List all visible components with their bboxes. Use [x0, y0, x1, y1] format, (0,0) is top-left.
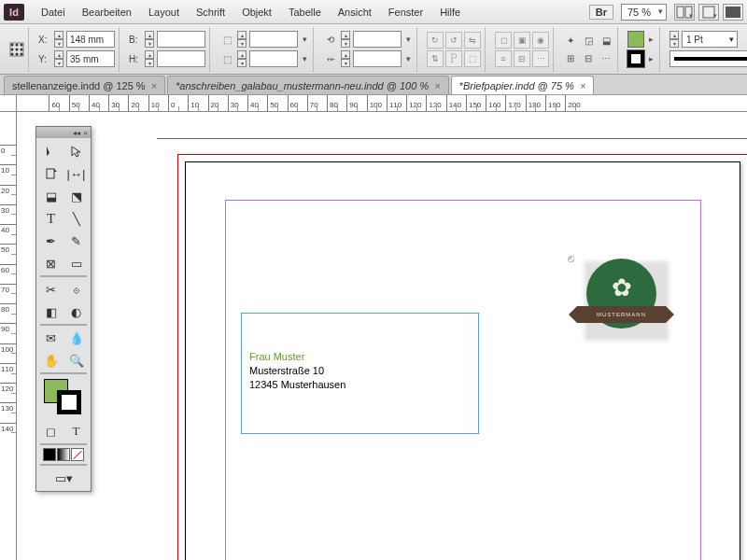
p-icon[interactable]: P: [445, 50, 462, 67]
shr-spinner[interactable]: ▴▾: [341, 50, 350, 67]
rot-field[interactable]: [353, 31, 402, 48]
y-spinner[interactable]: ▴▾: [54, 50, 63, 67]
note-tool[interactable]: ✉: [38, 327, 63, 349]
menu-datei[interactable]: Datei: [34, 3, 73, 21]
flip-v-icon[interactable]: ⇅: [427, 50, 444, 67]
fill-stroke-swatch[interactable]: [40, 377, 87, 418]
tab-briefpapier[interactable]: *Briefpapier.indd @ 75 %×: [451, 76, 595, 94]
sy-field[interactable]: [249, 50, 298, 67]
stroke-color[interactable]: [57, 390, 81, 414]
align-icon[interactable]: ⊞: [563, 50, 578, 65]
stroke-dd-icon[interactable]: ▸: [647, 54, 655, 63]
collapse-icon[interactable]: ◂◂: [73, 129, 80, 137]
distribute-icon[interactable]: ⊟: [581, 50, 596, 65]
stroke-weight-dd[interactable]: 1 Pt: [682, 31, 738, 48]
x-field[interactable]: 148 mm: [66, 31, 115, 48]
sx-spinner[interactable]: ▴▾: [237, 31, 247, 48]
close-icon[interactable]: ×: [580, 80, 585, 91]
page-tool[interactable]: [38, 162, 63, 185]
menu-objekt[interactable]: Objekt: [234, 3, 279, 21]
menu-schrift[interactable]: Schrift: [189, 3, 233, 21]
type-tool[interactable]: T: [38, 207, 63, 230]
close-icon[interactable]: ×: [434, 80, 440, 91]
weight-spinner[interactable]: ▴▾: [669, 31, 679, 48]
pencil-tool[interactable]: ✎: [63, 230, 89, 252]
wrap-bbox-icon[interactable]: ▣: [514, 32, 530, 49]
zoom-tool[interactable]: 🔍: [63, 349, 89, 371]
rectangle-frame-tool[interactable]: ⊠: [38, 252, 63, 274]
misc-icon[interactable]: ⬚: [464, 50, 481, 67]
fill-dd-icon[interactable]: ▸: [647, 35, 655, 44]
gradient-swatch-tool[interactable]: ◧: [38, 301, 63, 323]
view-mode-1[interactable]: ▾: [674, 4, 695, 21]
menu-layout[interactable]: Layout: [141, 3, 187, 21]
h-field[interactable]: [157, 50, 205, 67]
canvas[interactable]: Frau Muster Musterstraße 10 12345 Muster…: [17, 112, 747, 560]
line-tool[interactable]: ╲: [63, 207, 89, 230]
pen-tool[interactable]: ✒: [38, 230, 63, 252]
gradient-feather-tool[interactable]: ◐: [63, 301, 89, 323]
more-icon[interactable]: ⋯: [599, 50, 613, 65]
view-mode-2[interactable]: ▾: [698, 4, 719, 21]
w-field[interactable]: [157, 31, 205, 48]
selection-tool[interactable]: [38, 140, 63, 162]
format-container-icon[interactable]: ◻: [38, 420, 63, 442]
flip-h-icon[interactable]: ⇋: [464, 32, 481, 49]
rotate-ccw-icon[interactable]: ↺: [445, 32, 462, 49]
wrap-opt-icon[interactable]: ⋯: [532, 50, 549, 67]
company-logo[interactable]: ✿ MUSTERMANN: [577, 254, 666, 343]
stroke-swatch[interactable]: [627, 50, 644, 67]
view-mode-3[interactable]: ▾: [723, 4, 743, 21]
sy-spinner[interactable]: ▴▾: [237, 50, 247, 67]
y-field[interactable]: 35 mm: [66, 50, 115, 67]
tools-panel[interactable]: ◂◂× |↔| ⬓ ⬔ T ╲ ✒ ✎ ⊠ ▭ ✂ ⟐ ◧ ◐ ✉: [35, 126, 92, 492]
stroke-style-dd[interactable]: [669, 50, 747, 67]
apply-none-icon[interactable]: [71, 448, 84, 461]
panel-header[interactable]: ◂◂×: [36, 127, 91, 138]
menu-ansicht[interactable]: Ansicht: [331, 3, 379, 21]
gap-tool[interactable]: |↔|: [63, 162, 89, 185]
menu-bearbeiten[interactable]: Bearbeiten: [75, 3, 139, 21]
ref-point-icon[interactable]: [9, 42, 24, 57]
format-text-icon[interactable]: T: [63, 420, 89, 442]
sx-field[interactable]: [249, 31, 298, 48]
menu-hilfe[interactable]: Hilfe: [432, 3, 468, 21]
scissors-tool[interactable]: ✂: [38, 278, 63, 301]
shr-field[interactable]: [353, 50, 402, 67]
fill-swatch[interactable]: [627, 31, 644, 48]
rotate-cw-icon[interactable]: ↻: [427, 32, 444, 49]
hand-tool[interactable]: ✋: [38, 349, 63, 371]
direct-selection-tool[interactable]: [63, 140, 89, 162]
x-spinner[interactable]: ▴▾: [54, 31, 63, 48]
rectangle-tool[interactable]: ▭: [63, 252, 89, 274]
tab-anschreiben[interactable]: *anschreiben_galabau_mustermann-neu.indd…: [167, 76, 449, 94]
tab-stellenanzeige[interactable]: stellenanzeige.indd @ 125 %×: [4, 76, 165, 94]
svg-point-6: [16, 43, 19, 46]
vertical-ruler[interactable]: 0102030405060708090100110120130140: [0, 112, 17, 560]
wrap-col-icon[interactable]: ⊟: [514, 50, 530, 67]
obj-style-icon[interactable]: ⬓: [599, 33, 613, 48]
close-panel-icon[interactable]: ×: [83, 129, 88, 137]
menu-fenster[interactable]: Fenster: [381, 3, 430, 21]
rot-spinner[interactable]: ▴▾: [341, 31, 350, 48]
apply-color-icon[interactable]: [43, 448, 56, 461]
bridge-button[interactable]: Br: [589, 5, 613, 20]
eyedropper-tool[interactable]: 💧: [63, 327, 89, 349]
zoom-dropdown[interactable]: 75 %: [621, 4, 667, 21]
wrap-jump-icon[interactable]: ≡: [495, 50, 512, 67]
content-collector-tool[interactable]: ⬓: [38, 185, 63, 207]
w-spinner[interactable]: ▴▾: [145, 31, 154, 48]
corner-icon[interactable]: ◲: [581, 33, 596, 48]
wrap-none-icon[interactable]: ◻: [495, 32, 512, 49]
h-spinner[interactable]: ▴▾: [145, 50, 154, 67]
horizontal-ruler[interactable]: 6050403020100102030405060708090100110120…: [17, 95, 747, 112]
close-icon[interactable]: ×: [151, 80, 157, 91]
address-text-frame[interactable]: Frau Muster Musterstraße 10 12345 Muster…: [241, 313, 479, 434]
menu-tabelle[interactable]: Tabelle: [281, 3, 329, 21]
content-placer-tool[interactable]: ⬔: [63, 185, 89, 207]
wrap-shape-icon[interactable]: ◉: [532, 32, 549, 49]
effects-icon[interactable]: ✦: [563, 33, 578, 48]
free-transform-tool[interactable]: ⟐: [63, 278, 89, 301]
view-mode-icon[interactable]: ▭▾: [38, 467, 89, 489]
apply-gradient-icon[interactable]: [57, 448, 70, 461]
